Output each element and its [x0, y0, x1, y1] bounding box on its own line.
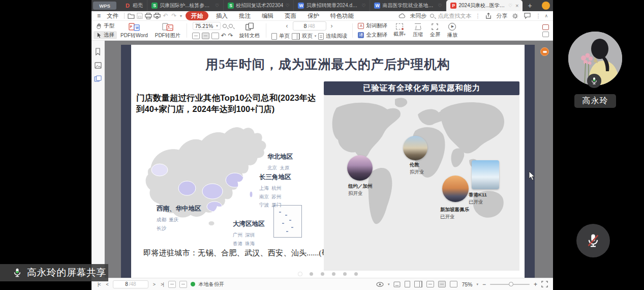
next-page-icon[interactable]: ›: [328, 22, 335, 30]
page-thumbnails-icon[interactable]: [94, 75, 102, 82]
first-page-icon[interactable]: |<: [97, 282, 102, 287]
more-icon[interactable]: ⋮: [535, 13, 541, 19]
menu-tab-comment[interactable]: 批注: [233, 12, 256, 20]
actual-size-icon[interactable]: [211, 33, 219, 39]
favorite-icon[interactable]: ♡: [285, 3, 289, 8]
menu-tab-insert[interactable]: 插入: [210, 12, 233, 20]
find-text-hint[interactable]: 点此查找文本: [438, 12, 471, 20]
fit-page-icon[interactable]: [426, 281, 434, 287]
prev-page-icon[interactable]: <: [105, 282, 109, 287]
tab-doc-2[interactable]: W 南昌医学院就业基地协议 ♡: [370, 0, 446, 11]
rotate-left-icon[interactable]: ↶: [221, 32, 226, 39]
backup-status-label[interactable]: 本地备份开: [199, 281, 224, 288]
chevron-down-icon[interactable]: ▾: [178, 14, 183, 18]
zoom-out-button[interactable]: −: [482, 281, 486, 288]
menu-tab-edit[interactable]: 编辑: [256, 12, 279, 20]
rotate-document-button[interactable]: 旋转文档: [236, 22, 263, 39]
redo-icon[interactable]: ↷: [170, 12, 178, 20]
zoom-level[interactable]: 75%: [462, 281, 472, 287]
double-page-icon[interactable]: [414, 281, 420, 287]
image-annotation-icon[interactable]: [95, 62, 102, 69]
page-dot[interactable]: [310, 272, 313, 276]
hand-tool[interactable]: 手型: [94, 22, 117, 30]
zoom-level-dropdown[interactable]: 75.21%▾: [193, 22, 221, 30]
last-page-icon[interactable]: >|: [160, 282, 165, 287]
comment-bubble-icon[interactable]: [523, 12, 532, 20]
full-translate-button[interactable]: 译 全文翻译: [355, 31, 390, 39]
page-dot[interactable]: [321, 272, 324, 276]
single-page-icon[interactable]: [405, 281, 410, 287]
word-translate-button[interactable]: A 划词翻译: [355, 22, 390, 30]
menu-tab-page[interactable]: 页面: [279, 12, 302, 20]
page-number-input[interactable]: 8/48: [293, 21, 326, 31]
tab-docer[interactable]: D 稻壳: [120, 0, 147, 11]
rotate-right-icon[interactable]: ↷: [228, 32, 233, 39]
select-tool[interactable]: 选择: [94, 31, 117, 39]
tab-doc-1[interactable]: W 贝康招聘简章2024.docx ♡: [294, 0, 370, 11]
share-label[interactable]: 分享: [496, 12, 507, 20]
fit-width-icon[interactable]: [202, 33, 209, 39]
bookmark-icon[interactable]: [95, 48, 101, 55]
fit-page-icon[interactable]: [192, 33, 200, 39]
tab-pdf-active[interactable]: P 2024贝康校...医学院.pdf ♡ ×: [446, 0, 523, 11]
page-dot[interactable]: [332, 272, 335, 276]
page-dot[interactable]: [354, 272, 358, 276]
zoom-slider-thumb[interactable]: [509, 282, 513, 286]
sync-status[interactable]: 未同步: [410, 12, 426, 20]
tab-sheet-2[interactable]: S 校招回复话术202304 ♡: [224, 0, 294, 11]
cloud-sync-icon[interactable]: [397, 12, 406, 20]
fit-width-icon[interactable]: [438, 281, 446, 287]
compress-button[interactable]: 压缩: [409, 23, 426, 38]
wps-assistant-button[interactable]: [540, 47, 549, 56]
favorite-icon[interactable]: ♡: [215, 3, 219, 8]
favorite-icon[interactable]: ♡: [508, 3, 512, 8]
next-view-icon[interactable]: [179, 281, 187, 288]
close-tab-icon[interactable]: ×: [515, 3, 518, 9]
continuous-read-icon[interactable]: [318, 33, 324, 40]
screenshot-button[interactable]: 截屏▾: [390, 23, 409, 38]
chevron-down-icon[interactable]: ▾: [388, 282, 390, 286]
play-button[interactable]: ▶ 播放: [444, 23, 461, 39]
prev-view-icon[interactable]: [168, 281, 176, 288]
zoom-slider[interactable]: [490, 284, 530, 285]
new-tab-button[interactable]: +: [523, 2, 537, 10]
page-dot[interactable]: [343, 272, 347, 276]
next-page-icon[interactable]: >: [152, 282, 156, 287]
pdf-mini-icon[interactable]: [542, 32, 549, 37]
open-folder-icon[interactable]: [127, 12, 135, 20]
menu-tab-home[interactable]: 开始: [186, 11, 208, 20]
zoom-out-icon[interactable]: [223, 24, 227, 28]
fullscreen-icon[interactable]: [541, 281, 548, 287]
eye-protect-icon[interactable]: [376, 282, 384, 287]
hand-mode-icon[interactable]: [393, 281, 401, 287]
self-mute-button[interactable]: [576, 224, 610, 257]
gear-icon[interactable]: [511, 12, 519, 20]
collapse-ribbon-icon[interactable]: ∧: [544, 13, 548, 18]
pdf-to-word-button[interactable]: PW PDF转Word: [117, 22, 151, 39]
wps-logo[interactable]: WPS: [93, 2, 116, 10]
pdf-to-image-button[interactable]: PDF转图片: [151, 22, 184, 39]
zoom-in-button[interactable]: +: [534, 281, 537, 288]
page-number-input[interactable]: 8/48: [113, 280, 148, 288]
fullscreen-button[interactable]: 全屏: [426, 23, 444, 38]
hamburger-icon[interactable]: ≡: [95, 12, 103, 19]
chevron-down-icon[interactable]: ▾: [476, 282, 478, 286]
account-avatar[interactable]: [542, 2, 550, 10]
double-page-icon[interactable]: [292, 33, 297, 40]
convert-mini-icon[interactable]: [542, 24, 549, 30]
favorite-icon[interactable]: ♡: [438, 3, 442, 8]
file-menu[interactable]: 文件: [103, 12, 122, 20]
search-icon[interactable]: [430, 14, 434, 18]
share-icon[interactable]: [484, 12, 493, 20]
zoom-in-icon[interactable]: [229, 24, 233, 28]
menu-tab-protect[interactable]: 保护: [302, 12, 325, 20]
undo-icon[interactable]: ↶: [161, 12, 170, 20]
favorite-icon[interactable]: ♡: [361, 3, 365, 8]
save-icon[interactable]: [135, 12, 144, 20]
document-area[interactable]: 用5年时间，成为亚洲最大的产后护理机构 门店数量超过行业其他Top10公司总和(…: [105, 41, 553, 278]
page-dot[interactable]: [298, 272, 302, 276]
print-icon[interactable]: [144, 12, 152, 20]
single-page-icon[interactable]: [271, 33, 277, 40]
menu-tab-features[interactable]: 特色功能: [325, 12, 359, 20]
print-preview-icon[interactable]: [152, 12, 161, 20]
